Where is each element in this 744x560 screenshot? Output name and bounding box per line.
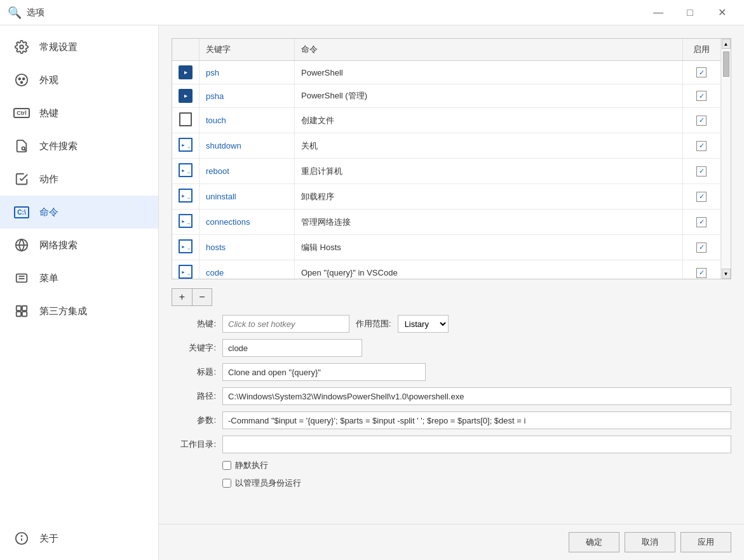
table-row[interactable]: ▸pshaPowerShell (管理)✓ <box>172 84 720 108</box>
row-command: 管理网络连接 <box>295 210 683 235</box>
col-icon-header <box>172 39 200 61</box>
path-input[interactable] <box>222 387 731 405</box>
keyword-input[interactable] <box>222 339 362 357</box>
params-row: 参数: <box>172 411 731 429</box>
bottom-bar: 确定 取消 应用 <box>159 524 744 560</box>
remove-command-button[interactable]: − <box>192 288 212 306</box>
sidebar-item-about[interactable]: 关于 <box>0 522 158 555</box>
row-keyword: psha <box>200 84 295 108</box>
row-enabled[interactable]: ✓ <box>682 184 720 210</box>
scope-label: 作用范围: <box>356 318 391 330</box>
sidebar-label-appearance: 外观 <box>39 74 58 86</box>
row-command: 重启计算机 <box>295 159 683 184</box>
row-icon-cell: ►⎯ <box>172 210 200 235</box>
sidebar-item-general[interactable]: 常规设置 <box>0 30 158 63</box>
svg-rect-12 <box>17 306 21 310</box>
row-keyword: touch <box>200 108 295 133</box>
sidebar-label-thirdparty: 第三方集成 <box>39 305 87 317</box>
title-bar-controls: — □ ✕ <box>644 3 736 23</box>
apply-button[interactable]: 应用 <box>680 532 731 552</box>
scroll-up-button[interactable]: ▲ <box>722 39 731 49</box>
hotkey-row: 热键: 作用范围: Listary 全局 <box>172 315 731 333</box>
scroll-track[interactable] <box>722 49 731 269</box>
row-enabled[interactable]: ✓ <box>682 84 720 108</box>
thirdparty-icon <box>13 302 30 320</box>
row-enabled[interactable]: ✓ <box>682 260 720 279</box>
command-table-scroll[interactable]: 关键字 命令 启用 ▸pshPowerShell✓▸pshaPowerShell… <box>172 39 720 279</box>
title-input[interactable] <box>222 363 426 381</box>
ctrl-icon: Ctrl <box>13 104 30 122</box>
sidebar-item-filesearch[interactable]: 文件搜索 <box>0 130 158 163</box>
cancel-button[interactable]: 取消 <box>625 532 675 552</box>
svg-rect-15 <box>22 312 27 316</box>
svg-rect-14 <box>17 312 21 316</box>
row-enabled[interactable]: ✓ <box>682 159 720 184</box>
silent-checkbox[interactable] <box>222 461 231 470</box>
title-bar-left: 🔍 选项 <box>8 6 44 20</box>
command-form: 热键: 作用范围: Listary 全局 关键字: 标题: <box>172 315 731 489</box>
row-icon-cell: ▸ <box>172 84 200 108</box>
info-icon <box>13 530 30 547</box>
table-row[interactable]: ►⎯uninstall卸载程序✓ <box>172 184 720 210</box>
row-command: 卸载程序 <box>295 184 683 210</box>
maximize-button[interactable]: □ <box>675 3 705 23</box>
workdir-label: 工作目录: <box>172 439 216 450</box>
admin-checkbox[interactable] <box>222 479 231 488</box>
row-enabled[interactable]: ✓ <box>682 61 720 84</box>
row-enabled[interactable]: ✓ <box>682 235 720 260</box>
filesearch-icon <box>13 137 30 155</box>
sidebar-label-hotkey: 热键 <box>39 107 58 119</box>
app-icon: 🔍 <box>8 6 22 20</box>
svg-point-5 <box>22 147 25 150</box>
palette-icon <box>13 71 30 89</box>
close-button[interactable]: ✕ <box>707 3 736 23</box>
silent-checkbox-label[interactable]: 静默执行 <box>222 460 268 471</box>
title-label: 标题: <box>172 366 216 378</box>
add-command-button[interactable]: + <box>172 288 192 306</box>
table-row[interactable]: ►⎯hosts编辑 Hosts✓ <box>172 235 720 260</box>
sidebar-item-menu[interactable]: 菜单 <box>0 262 158 295</box>
row-keyword: psh <box>200 61 295 84</box>
row-keyword: reboot <box>200 159 295 184</box>
sidebar-item-thirdparty[interactable]: 第三方集成 <box>0 295 158 328</box>
table-row[interactable]: ►⎯connections管理网络连接✓ <box>172 210 720 235</box>
table-row[interactable]: ►⎯shutdown关机✓ <box>172 133 720 159</box>
content-area: 关键字 命令 启用 ▸pshPowerShell✓▸pshaPowerShell… <box>159 25 744 524</box>
command-icon: C:\ <box>13 203 30 221</box>
scope-select[interactable]: Listary 全局 <box>398 315 449 333</box>
keyword-label: 关键字: <box>172 342 216 354</box>
hotkey-input[interactable] <box>222 315 349 333</box>
sidebar-label-filesearch: 文件搜索 <box>39 140 78 152</box>
table-row[interactable]: ►⎯reboot重启计算机✓ <box>172 159 720 184</box>
sidebar-item-websearch[interactable]: 网络搜索 <box>0 229 158 262</box>
params-input[interactable] <box>222 411 731 429</box>
row-enabled[interactable]: ✓ <box>682 133 720 159</box>
sidebar-label-menu: 菜单 <box>39 272 58 284</box>
admin-checkbox-label[interactable]: 以管理员身份运行 <box>222 477 301 489</box>
table-row[interactable]: touch创建文件✓ <box>172 108 720 133</box>
sidebar-item-hotkey[interactable]: Ctrl 热键 <box>0 97 158 130</box>
silent-label: 静默执行 <box>235 460 268 471</box>
workdir-input[interactable] <box>222 436 731 453</box>
sidebar-item-appearance[interactable]: 外观 <box>0 63 158 97</box>
main-layout: 常规设置 外观 Ctrl 热键 <box>0 25 744 560</box>
workdir-row: 工作目录: <box>172 436 731 453</box>
row-enabled[interactable]: ✓ <box>682 210 720 235</box>
minimize-button[interactable]: — <box>644 3 673 23</box>
col-keyword-header: 关键字 <box>200 39 295 61</box>
sidebar-item-action[interactable]: 动作 <box>0 163 158 196</box>
row-enabled[interactable]: ✓ <box>682 108 720 133</box>
ok-button[interactable]: 确定 <box>569 532 619 552</box>
add-remove-toolbar: + − <box>172 288 731 306</box>
scroll-thumb[interactable] <box>723 51 729 77</box>
svg-line-6 <box>25 150 26 151</box>
sidebar-item-command[interactable]: C:\ 命令 <box>0 196 158 229</box>
sidebar-label-action: 动作 <box>39 173 58 185</box>
sidebar: 常规设置 外观 Ctrl 热键 <box>0 25 159 560</box>
table-row[interactable]: ▸pshPowerShell✓ <box>172 61 720 84</box>
col-enabled-header: 启用 <box>682 39 720 61</box>
table-scrollbar[interactable]: ▲ ▼ <box>720 39 731 279</box>
table-row[interactable]: ►⎯codeOpen "{query}" in VSCode✓ <box>172 260 720 279</box>
silent-row: 静默执行 <box>172 460 731 471</box>
scroll-down-button[interactable]: ▼ <box>722 269 731 279</box>
